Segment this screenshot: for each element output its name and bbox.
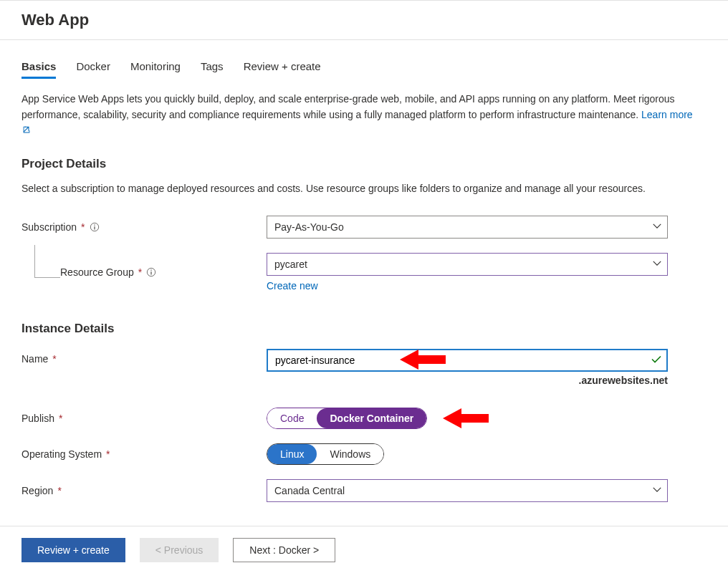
intro-text: App Service Web Apps lets you quickly bu…	[21, 93, 675, 120]
intro-paragraph: App Service Web Apps lets you quickly bu…	[21, 92, 695, 138]
page-header: Web App	[0, 0, 728, 40]
publish-option-docker[interactable]: Docker Container	[317, 408, 426, 428]
row-region: Region * Canada Central	[21, 479, 707, 502]
check-icon	[651, 353, 662, 367]
os-option-linux[interactable]: Linux	[267, 444, 317, 464]
footer-bar: Review + create < Previous Next : Docker…	[0, 526, 728, 568]
publish-toggle: Code Docker Container	[267, 408, 427, 429]
row-subscription: Subscription * Pay-As-You-Go	[21, 216, 707, 239]
os-option-windows[interactable]: Windows	[317, 444, 383, 464]
subscription-select[interactable]: Pay-As-You-Go	[267, 216, 668, 239]
required-asterisk: *	[59, 413, 62, 424]
region-label: Region	[21, 485, 53, 496]
region-select[interactable]: Canada Central	[267, 479, 668, 502]
external-link-icon	[21, 124, 32, 134]
row-resource-group: Resource Group * pycaret Create new	[21, 253, 707, 292]
info-icon[interactable]	[90, 222, 100, 232]
previous-button: < Previous	[140, 538, 219, 562]
svg-marker-7	[443, 408, 489, 428]
connector-line	[34, 245, 60, 278]
required-asterisk: *	[138, 266, 142, 278]
resource-group-label: Resource Group	[60, 266, 134, 278]
svg-rect-2	[94, 224, 95, 225]
required-asterisk: *	[81, 221, 85, 233]
section-instance-details-title: Instance Details	[21, 322, 707, 336]
required-asterisk: *	[52, 353, 56, 365]
os-label: Operating System	[21, 448, 102, 460]
resource-group-select[interactable]: pycaret	[267, 253, 668, 276]
publish-label: Publish	[21, 413, 54, 424]
section-project-details-subtitle: Select a subscription to manage deployed…	[21, 181, 695, 197]
name-label: Name	[21, 353, 48, 365]
annotation-arrow	[443, 406, 489, 430]
row-os: Operating System * Linux Windows	[21, 443, 707, 465]
row-publish: Publish * Code Docker Container	[21, 408, 707, 429]
name-input[interactable]	[267, 349, 668, 372]
page-title: Web App	[21, 11, 728, 29]
required-asterisk: *	[106, 448, 110, 460]
tab-basics[interactable]: Basics	[21, 56, 56, 79]
tab-review-create[interactable]: Review + create	[244, 56, 321, 79]
os-toggle: Linux Windows	[267, 443, 384, 465]
tab-monitoring[interactable]: Monitoring	[130, 56, 181, 79]
publish-option-code[interactable]: Code	[267, 408, 317, 428]
subscription-label: Subscription	[21, 221, 77, 233]
review-create-button[interactable]: Review + create	[21, 538, 125, 562]
tab-docker[interactable]: Docker	[76, 56, 110, 79]
create-new-link[interactable]: Create new	[267, 280, 318, 292]
domain-suffix: .azurewebsites.net	[267, 375, 668, 386]
svg-rect-1	[94, 226, 95, 229]
svg-rect-4	[151, 271, 152, 274]
section-project-details-title: Project Details	[21, 157, 707, 171]
next-button[interactable]: Next : Docker >	[233, 538, 335, 562]
tab-bar: Basics Docker Monitoring Tags Review + c…	[21, 56, 707, 79]
tab-tags[interactable]: Tags	[201, 56, 224, 79]
required-asterisk: *	[57, 485, 61, 496]
row-name: Name * .azurewebsites.net	[21, 349, 707, 386]
svg-rect-5	[151, 269, 152, 270]
info-icon[interactable]	[146, 267, 156, 277]
